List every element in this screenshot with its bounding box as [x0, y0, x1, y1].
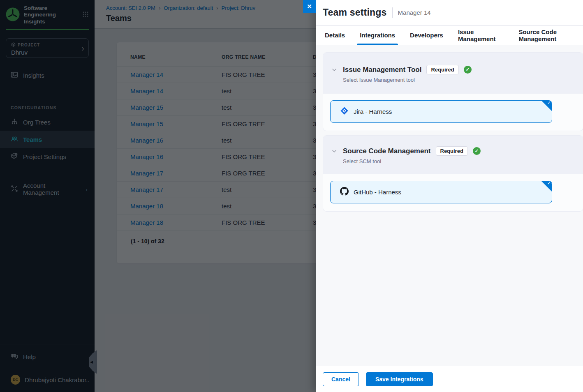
- section-title: Issue Management Tool: [343, 66, 421, 74]
- section-header[interactable]: Source Code Management Required ✓ Select…: [323, 136, 583, 174]
- drawer-tabs: Details Integrations Developers Issue Ma…: [316, 25, 583, 45]
- team-settings-drawer: Team settings Manager 14 Details Integra…: [316, 0, 583, 392]
- chevron-down-icon: [331, 67, 337, 74]
- selected-check-icon: ✓: [541, 181, 552, 192]
- tab-issue-management[interactable]: Issue Management: [458, 25, 504, 45]
- close-icon: ✕: [307, 3, 312, 10]
- drawer-header: Team settings Manager 14: [316, 0, 583, 25]
- app-root: Software Engineering Insights PROJECT Dh…: [0, 0, 583, 392]
- title-divider: [392, 7, 393, 18]
- required-badge: Required: [426, 65, 458, 74]
- section-source-code-management: Source Code Management Required ✓ Select…: [323, 136, 583, 211]
- selected-check-icon: ✓: [541, 100, 552, 111]
- required-badge: Required: [436, 146, 468, 156]
- section-complete-check-icon: ✓: [464, 66, 472, 74]
- section-complete-check-icon: ✓: [473, 147, 481, 155]
- cancel-button[interactable]: Cancel: [323, 372, 359, 386]
- drawer-title: Team settings: [323, 7, 387, 18]
- section-subtitle: Select SCM tool: [343, 158, 481, 164]
- tab-details[interactable]: Details: [325, 25, 345, 45]
- jira-icon: [340, 106, 349, 117]
- section-header[interactable]: Issue Management Tool Required ✓ Select …: [323, 53, 583, 94]
- github-icon: [340, 187, 349, 197]
- drawer-footer: Cancel Save Integrations: [316, 366, 583, 392]
- section-content: Jira - Harness ✓: [323, 94, 583, 131]
- chevron-down-icon: [331, 148, 337, 156]
- drawer-subtitle: Manager 14: [398, 9, 431, 16]
- integration-label: GitHub - Harness: [354, 189, 401, 196]
- save-integrations-button[interactable]: Save Integrations: [366, 372, 433, 386]
- section-content: GitHub - Harness ✓: [323, 174, 583, 211]
- tab-integrations[interactable]: Integrations: [360, 25, 395, 45]
- modal-overlay[interactable]: [0, 0, 316, 392]
- close-button[interactable]: ✕: [303, 0, 316, 13]
- tab-developers[interactable]: Developers: [410, 25, 443, 45]
- section-issue-management-tool: Issue Management Tool Required ✓ Select …: [323, 53, 583, 131]
- section-title: Source Code Management: [343, 147, 431, 155]
- tab-source-code-management[interactable]: Source Code Management: [518, 25, 583, 45]
- integration-card-jira[interactable]: Jira - Harness ✓: [330, 100, 552, 123]
- section-subtitle: Select Issue Management tool: [343, 77, 472, 83]
- integration-card-github[interactable]: GitHub - Harness ✓: [330, 181, 552, 203]
- drawer-body: Issue Management Tool Required ✓ Select …: [316, 45, 583, 366]
- integration-label: Jira - Harness: [354, 108, 392, 115]
